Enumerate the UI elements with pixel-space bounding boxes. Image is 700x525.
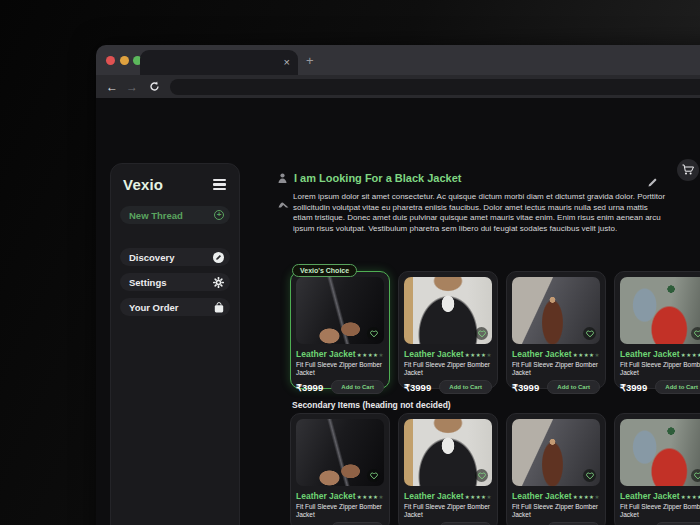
add-to-cart-button[interactable]: Add to Cart	[655, 380, 700, 394]
tab-close-icon[interactable]: ×	[284, 57, 290, 68]
product-price: ₹3999	[620, 382, 647, 393]
product-card[interactable]: Leather Jacket★★★★★ Fit Full Sleeve Zipp…	[506, 271, 606, 389]
add-to-cart-button[interactable]: Add to Cart	[331, 380, 384, 394]
product-description: Fit Full Sleeve Zipper Bomber Jacket	[296, 503, 382, 519]
edit-query-icon[interactable]	[648, 173, 657, 191]
product-description: Fit Full Sleeve Zipper Bomber Jacket	[512, 503, 598, 519]
reload-icon[interactable]	[144, 81, 164, 92]
product-title: Leather Jacket	[512, 349, 572, 359]
window-controls	[106, 56, 142, 65]
product-title: Leather Jacket	[620, 491, 680, 501]
vexios-choice-badge: Vexio's Choice	[292, 264, 357, 277]
browser-toolbar: ← →	[96, 75, 700, 98]
vexio-logo-icon	[278, 192, 289, 234]
sidebar-item-discovery[interactable]: Discovery	[120, 248, 230, 266]
product-image	[404, 419, 492, 486]
browser-tab[interactable]: ×	[140, 50, 298, 75]
brand-logo-text: Vexio	[123, 176, 163, 193]
wishlist-heart-icon[interactable]	[583, 469, 596, 482]
gear-icon	[213, 277, 224, 288]
add-to-cart-button[interactable]: Add to Cart	[547, 380, 600, 394]
product-price: ₹3999	[296, 382, 323, 393]
new-thread-button[interactable]: New Thread +	[120, 206, 230, 224]
sidebar: Vexio New Thread + Discovery Settin	[110, 163, 240, 525]
product-card[interactable]: Leather Jacket★★★★★ Fit Full Sleeve Zipp…	[614, 271, 700, 389]
product-title: Leather Jacket	[512, 491, 572, 501]
product-description: Fit Full Sleeve Zipper Bomber Jacket	[512, 361, 598, 377]
product-description: Fit Full Sleeve Zipper Bomber Jacket	[296, 361, 382, 377]
browser-window: × + ← → Vexio New Thread +	[96, 45, 700, 525]
user-icon	[278, 173, 287, 183]
wishlist-heart-icon[interactable]	[691, 469, 700, 482]
product-description: Fit Full Sleeve Zipper Bomber Jacket	[404, 503, 490, 519]
desktop-background: × + ← → Vexio New Thread +	[0, 0, 700, 525]
plus-circle-icon: +	[214, 210, 224, 220]
answer-block: Lorem ipsum dolor sit amet consectetur. …	[278, 192, 670, 234]
bag-icon	[214, 302, 224, 313]
product-title: Leather Jacket	[296, 491, 356, 501]
product-image	[404, 277, 492, 344]
product-price: ₹3999	[404, 382, 431, 393]
product-card[interactable]: Leather Jacket★★★★★ Fit Full Sleeve Zipp…	[398, 413, 498, 525]
product-image	[512, 277, 600, 344]
product-title: Leather Jacket	[620, 349, 680, 359]
new-thread-label: New Thread	[129, 210, 183, 221]
close-window-button[interactable]	[106, 56, 115, 65]
product-title: Leather Jacket	[404, 349, 464, 359]
product-card[interactable]: Leather Jacket★★★★★ Fit Full Sleeve Zipp…	[506, 413, 606, 525]
rating-stars: ★★★★★	[681, 352, 700, 358]
new-tab-button[interactable]: +	[306, 54, 314, 67]
back-icon[interactable]: ←	[102, 81, 122, 93]
sidebar-item-settings[interactable]: Settings	[120, 273, 230, 291]
answer-text: Lorem ipsum dolor sit amet consectetur. …	[293, 192, 667, 234]
product-image	[620, 277, 700, 344]
wishlist-heart-icon[interactable]	[475, 469, 488, 482]
minimize-window-button[interactable]	[120, 56, 129, 65]
add-to-cart-button[interactable]: Add to Cart	[439, 380, 492, 394]
secondary-items-heading: Secondary Items (heading not decided)	[292, 400, 451, 410]
rating-stars: ★★★★★	[465, 494, 492, 500]
cart-button[interactable]	[677, 159, 699, 181]
rating-stars: ★★★★★	[465, 352, 492, 358]
wishlist-heart-icon[interactable]	[367, 327, 380, 340]
product-card[interactable]: Leather Jacket★★★★★ Fit Full Sleeve Zipp…	[398, 271, 498, 389]
product-description: Fit Full Sleeve Zipper Bomber Jacket	[404, 361, 490, 377]
product-title: Leather Jacket	[404, 491, 464, 501]
product-price: ₹3999	[512, 382, 539, 393]
query-header: I am Looking For a Black Jacket	[278, 172, 668, 184]
rating-stars: ★★★★★	[357, 494, 384, 500]
product-card[interactable]: Leather Jacket★★★★★ Fit Full Sleeve Zipp…	[290, 413, 390, 525]
product-description: Fit Full Sleeve Zipper Bomber Jacket	[620, 361, 700, 377]
rating-stars: ★★★★★	[681, 494, 700, 500]
query-title: I am Looking For a Black Jacket	[294, 172, 462, 184]
wishlist-heart-icon[interactable]	[691, 327, 700, 340]
product-image	[512, 419, 600, 486]
browser-titlebar: × +	[96, 45, 700, 75]
sidebar-item-your-order[interactable]: Your Order	[120, 298, 230, 316]
forward-icon[interactable]: →	[122, 81, 142, 93]
product-card[interactable]: Leather Jacket★★★★★ Fit Full Sleeve Zipp…	[614, 413, 700, 525]
product-image	[620, 419, 700, 486]
product-image	[296, 419, 384, 486]
product-card[interactable]: Leather Jacket★★★★★ Fit Full Sleeve Zipp…	[290, 271, 390, 389]
wishlist-heart-icon[interactable]	[583, 327, 596, 340]
product-title: Leather Jacket	[296, 349, 356, 359]
edit-circle-icon	[213, 252, 224, 263]
rating-stars: ★★★★★	[573, 352, 600, 358]
wishlist-heart-icon[interactable]	[475, 327, 488, 340]
app-content: Vexio New Thread + Discovery Settin	[96, 98, 700, 525]
address-bar[interactable]	[170, 79, 700, 95]
rating-stars: ★★★★★	[357, 352, 384, 358]
hamburger-menu-icon[interactable]	[211, 177, 228, 193]
product-description: Fit Full Sleeve Zipper Bomber Jacket	[620, 503, 700, 519]
cart-icon	[682, 164, 694, 176]
product-image	[296, 277, 384, 344]
wishlist-heart-icon[interactable]	[367, 469, 380, 482]
rating-stars: ★★★★★	[573, 494, 600, 500]
